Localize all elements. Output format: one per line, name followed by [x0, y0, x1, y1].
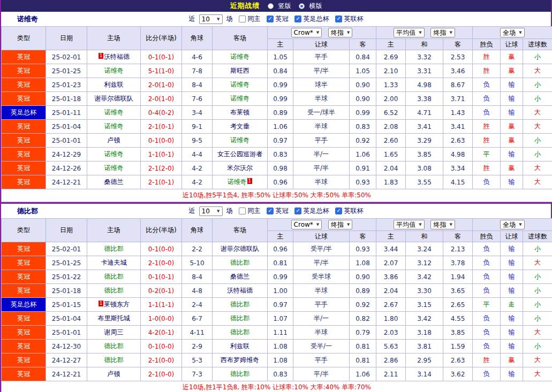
away-team-cell: 诺维奇 [213, 50, 268, 64]
chevron-down-icon: ▼ [519, 222, 521, 227]
team-name-link[interactable]: 米尔沃尔 [227, 164, 253, 172]
match-row: 英冠25-01-04布里斯托城1-0(0-0)6-7德比郡1.07半/一0.82… [2, 312, 552, 326]
same-home-checkbox[interactable] [239, 16, 246, 22]
team-name-link[interactable]: 卡迪夫城 [101, 259, 127, 266]
fulltime-select[interactable]: 全场▼ [500, 220, 524, 229]
team-name-link[interactable]: 谢菲尔德联队 [95, 95, 133, 102]
team-name-link[interactable]: 女王公园巡游者 [217, 150, 262, 158]
team-name-link[interactable]: 莱顿东方 [104, 301, 130, 308]
team-name-link[interactable]: 沃特福德 [227, 287, 253, 294]
team-name-link[interactable]: 布莱顿 [230, 109, 249, 116]
team-name-link[interactable]: 西布罗姆维奇 [221, 356, 259, 364]
team-name-link[interactable]: 德比郡 [230, 328, 249, 336]
results-table: 类型 日期 主场 比分(半场) 角球 客场 Crow*▼ 终指▼ 平均值▼ 终指… [1, 26, 552, 202]
rounds-select[interactable]: 10▼ [199, 206, 223, 216]
avg-away-odds: 3.46 [443, 64, 473, 78]
team-name-link[interactable]: 诺维奇 [104, 164, 124, 172]
team-name-link[interactable]: 布里斯托城 [98, 314, 130, 322]
team-name-link[interactable]: 利兹联 [104, 81, 124, 88]
team-name-link[interactable]: 诺维奇 [104, 122, 124, 130]
result-goals: 小 [523, 50, 552, 64]
team-name-link[interactable]: 谢周三 [104, 328, 124, 336]
team-name-link[interactable]: 卢顿 [108, 136, 120, 144]
crow-handicap: 半球 [293, 284, 350, 298]
corners: 8-4 [182, 78, 213, 92]
rounds-select[interactable]: 10▼ [199, 14, 223, 24]
horizontal-layout-label[interactable]: 横版 [309, 2, 322, 11]
championship-checkbox[interactable] [267, 16, 274, 22]
select-value: 10 [202, 16, 210, 23]
crow-handicap: 平手 [293, 298, 350, 312]
team-name-link[interactable]: 桑德兰 [104, 178, 124, 186]
same-home-checkbox[interactable] [239, 207, 246, 214]
team-name-link[interactable]: 诺维奇 [228, 178, 247, 186]
team-name-link[interactable]: 德比郡 [230, 301, 249, 308]
competition-type: 英冠 [2, 312, 46, 326]
chevron-down-icon: ▼ [419, 222, 421, 227]
chevron-down-icon: ▼ [316, 222, 319, 227]
team-name-link[interactable]: 德比郡 [104, 342, 124, 350]
avg-draw-odds: 4.71 [406, 106, 443, 120]
team-name-link[interactable]: 德比郡 [104, 245, 124, 252]
vertical-layout-radio[interactable] [268, 3, 274, 9]
team-name-link[interactable]: 诺维奇 [104, 109, 124, 116]
final-odds-select[interactable]: 终指▼ [430, 28, 455, 37]
team-name-link[interactable]: 桑德兰 [230, 273, 249, 280]
team-name-link[interactable]: 德比郡 [230, 259, 249, 266]
team-name-link[interactable]: 德比郡 [104, 356, 124, 364]
fa-cup-checkbox[interactable] [294, 207, 301, 214]
avg-home-odds: 2.10 [376, 64, 406, 78]
avg-draw-odds: 3.08 [406, 162, 443, 175]
team-name-link[interactable]: 诺维奇 [230, 95, 249, 102]
score-halftime: 0-2(0-1) [141, 284, 182, 298]
corners: 9-5 [182, 134, 213, 148]
bookmaker-select[interactable]: Crow*▼ [291, 28, 322, 37]
team-name-link[interactable]: 沃特福德 [104, 53, 130, 60]
match-date: 24-12-29 [46, 148, 87, 162]
team-name-link[interactable]: 诺维奇 [230, 53, 249, 60]
competition-type: 英冠 [2, 64, 46, 78]
team-name-link[interactable]: 德比郡 [104, 273, 124, 280]
result-wdl: 胜 [473, 120, 501, 134]
crow-away-odds: 1.08 [350, 256, 376, 270]
crow-away-odds: 0.93 [350, 242, 376, 256]
final-odds-select[interactable]: 终指▼ [430, 220, 455, 229]
team-name-link[interactable]: 考文垂 [230, 122, 249, 130]
avg-away-odds: 4.15 [443, 175, 473, 189]
final-odds-select[interactable]: 终指▼ [328, 220, 352, 229]
horizontal-layout-radio[interactable] [299, 3, 305, 9]
championship-checkbox[interactable] [267, 207, 274, 214]
score-halftime: 4-2(0-1) [141, 326, 182, 340]
avg-home-odds: 2.11 [376, 367, 406, 381]
avg-away-odds: 4.55 [443, 312, 473, 326]
result-wdl: 胜 [473, 162, 501, 175]
team-name-link[interactable]: 诺维奇 [104, 67, 124, 74]
team-name-link[interactable]: 利兹联 [230, 342, 249, 350]
fa-cup-checkbox[interactable] [294, 16, 301, 22]
avg-draw-odds: 3.32 [406, 50, 443, 64]
team-name-link[interactable]: 德比郡 [230, 370, 249, 378]
score-halftime: 5-1(1-0) [141, 64, 182, 78]
team-name-link[interactable]: 德比郡 [104, 287, 124, 294]
team-name-link[interactable]: 斯旺西 [230, 67, 249, 74]
team-name-link[interactable]: 诺维奇 [230, 136, 249, 144]
team-name-link[interactable]: 谢菲尔德联队 [221, 245, 259, 252]
home-team-cell: 德比郡 [87, 270, 141, 284]
efl-cup-checkbox[interactable] [335, 207, 342, 214]
average-select[interactable]: 平均值▼ [394, 28, 424, 37]
result-handicap: 输 [501, 284, 523, 298]
fulltime-select[interactable]: 全场▼ [500, 28, 524, 37]
team-name-link[interactable]: 卢顿 [108, 370, 120, 378]
team-name-link[interactable]: 德比郡 [230, 314, 249, 322]
efl-cup-checkbox[interactable] [335, 16, 342, 22]
away-team-cell: 德比郡 [213, 312, 268, 326]
select-value: 终指 [331, 220, 344, 229]
team-name-link[interactable]: 诺维奇 [104, 150, 124, 158]
crow-handicap: 平/半 [293, 162, 350, 175]
team-name-link[interactable]: 诺维奇 [230, 81, 249, 88]
average-select[interactable]: 平均值▼ [394, 220, 424, 229]
crow-handicap: 平手 [293, 50, 350, 64]
bookmaker-select[interactable]: Crow*▼ [291, 220, 322, 229]
final-odds-select[interactable]: 终指▼ [328, 28, 352, 37]
vertical-layout-label[interactable]: 竖版 [278, 2, 291, 11]
